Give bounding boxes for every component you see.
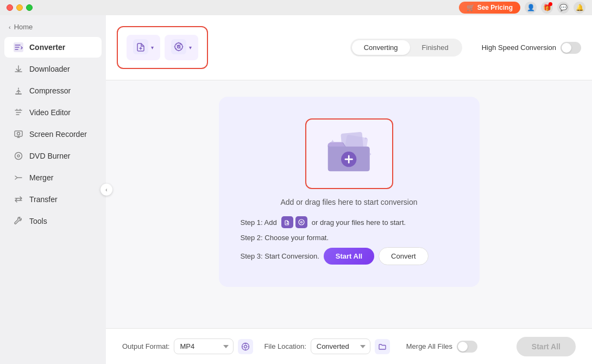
step1-or-label: or drag your files here to start. [312,218,406,227]
convert-button[interactable]: Convert [379,247,429,265]
sidebar-item-video-editor[interactable]: Video Editor [4,102,102,123]
high-speed-label: High Speed Conversion [482,43,556,52]
svg-point-14 [299,219,304,225]
screen-recorder-icon [13,129,24,140]
drop-zone[interactable]: Add or drag files here to start conversi… [219,97,480,287]
start-all-bottom-button[interactable]: Start All [517,337,576,356]
step-2: Step 2: Choose your format. [241,234,458,242]
output-format-label: Output Format: [122,342,169,350]
sidebar-item-screen-recorder[interactable]: Screen Recorder [4,124,102,145]
merge-all-label: Merge All Files [406,342,452,350]
close-button[interactable] [7,4,13,11]
collapse-sidebar-button[interactable]: ‹ [100,184,112,196]
convert-tabs: Converting Finished [350,39,462,57]
toolbar: ▾ [106,15,592,80]
folder-open-icon[interactable] [375,339,390,354]
sidebar-item-compressor[interactable]: Compressor [4,80,102,101]
high-speed-toggle[interactable] [560,42,581,54]
sidebar-item-transfer[interactable]: Transfer [4,189,102,210]
step-1: Step 1: Add [241,216,458,228]
sidebar-label-converter: Converter [29,43,65,52]
video-editor-icon [13,107,24,118]
output-format-select[interactable]: MP4 MOV AVI MKV MP3 AAC [174,338,234,354]
traffic-lights [7,4,33,11]
tab-converting[interactable]: Converting [352,40,410,55]
file-location-select[interactable]: Converted Desktop Downloads Custom... [311,338,370,354]
steps-area: Step 1: Add [235,216,463,271]
step1-icons [281,216,307,228]
sidebar-item-downloader[interactable]: Downloader [4,59,102,79]
format-settings-icon[interactable] [238,339,253,354]
add-disc-chevron: ▾ [189,45,192,51]
svg-rect-1 [15,93,22,95]
chat-icon-button[interactable]: 💬 [557,2,569,14]
svg-point-17 [244,345,247,348]
step2-label: Step 2: Choose your format. [241,234,329,242]
sidebar-item-converter[interactable]: Converter [4,37,102,58]
svg-rect-6 [133,39,148,54]
downloader-icon [13,64,24,74]
add-disc-button[interactable]: ▾ [165,35,198,60]
notification-dot [549,2,552,6]
add-file-icon [133,39,148,56]
sidebar-item-merger[interactable]: Merger [4,167,102,188]
titlebar: 🛒 See Pricing 👤 🎁 💬 🔔 [0,0,592,15]
sidebar-item-tools[interactable]: Tools [4,211,102,231]
bottom-bar: Output Format: MP4 MOV AVI MKV MP3 AAC [106,328,592,364]
tab-finished[interactable]: Finished [410,40,461,55]
sidebar-label-compressor: Compressor [29,86,71,95]
home-label: Home [14,23,33,31]
svg-point-15 [300,222,302,223]
titlebar-actions: 🛒 See Pricing 👤 🎁 💬 🔔 [459,2,585,14]
main-content: ▾ [106,15,592,364]
high-speed-group: High Speed Conversion [482,42,581,54]
svg-rect-2 [15,131,22,136]
add-disc-icon [171,39,186,56]
svg-point-5 [17,155,20,157]
see-pricing-button[interactable]: 🛒 See Pricing [459,2,520,14]
back-arrow-icon: ‹ [9,24,11,30]
svg-point-3 [17,133,20,135]
merge-toggle-knob [458,342,468,352]
sidebar-label-merger: Merger [29,173,53,182]
app-body: ‹ Home Converter Downloader [0,15,592,364]
drop-zone-text: Add or drag files here to start conversi… [280,198,417,206]
toggle-knob [562,43,571,53]
svg-point-4 [15,153,22,160]
maximize-button[interactable] [26,4,33,11]
merge-all-group: Merge All Files [406,341,477,353]
step1-label: Step 1: Add [241,218,277,227]
user-icon-button[interactable]: 👤 [525,2,537,14]
sidebar: ‹ Home Converter Downloader [0,15,106,364]
add-file-small-icon [281,216,293,228]
sidebar-label-screen-recorder: Screen Recorder [29,130,87,139]
add-file-group: ▾ [117,26,208,69]
dvd-burner-icon [13,150,24,161]
compressor-icon [13,85,24,96]
content-area: Add or drag files here to start conversi… [106,80,592,328]
home-nav[interactable]: ‹ Home [0,20,106,36]
add-disc-small-icon [295,216,307,228]
start-all-button[interactable]: Start All [324,248,374,265]
sidebar-label-transfer: Transfer [29,195,58,204]
sidebar-label-video-editor: Video Editor [29,108,71,117]
output-format-field: Output Format: MP4 MOV AVI MKV MP3 AAC [122,338,253,354]
sidebar-label-dvd-burner: DVD Burner [29,152,70,160]
sidebar-label-downloader: Downloader [29,65,70,73]
file-location-field: File Location: Converted Desktop Downloa… [264,338,389,354]
svg-point-10 [180,44,182,46]
add-file-button[interactable]: ▾ [127,35,160,60]
step3-buttons: Start All Convert [324,247,429,265]
bell-icon-button[interactable]: 🔔 [574,2,585,14]
add-files-icon-area[interactable] [305,118,393,189]
step3-label: Step 3: Start Conversion. [241,252,319,260]
sidebar-item-dvd-burner[interactable]: DVD Burner [4,146,102,166]
step-3: Step 3: Start Conversion. Start All Conv… [241,247,458,265]
tools-icon [13,216,24,227]
minimize-button[interactable] [16,4,23,11]
add-file-chevron: ▾ [151,45,154,51]
cart-icon: 🛒 [467,4,475,11]
merge-all-toggle[interactable] [457,341,477,353]
file-location-label: File Location: [264,342,306,350]
gift-icon-button[interactable]: 🎁 [541,2,553,14]
